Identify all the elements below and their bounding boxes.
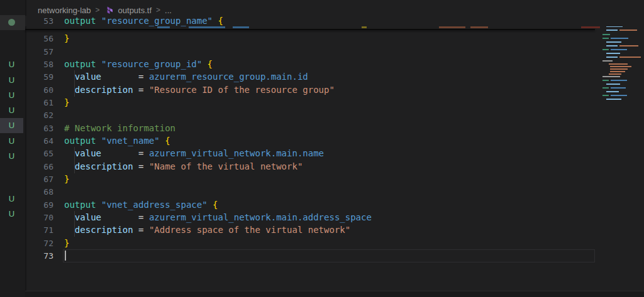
code-line[interactable]: 66 description = "Name of the virtual ne… [25, 160, 644, 173]
code-text: output "vnet_name" { [64, 134, 170, 148]
sticky-scroll-line[interactable]: 53output "resource_group_name" { [25, 16, 644, 26]
code-line[interactable]: 62 [25, 109, 644, 122]
code-line[interactable]: 67} [25, 173, 644, 186]
minimap-line [602, 73, 644, 75]
code-line[interactable]: 56} [25, 32, 644, 45]
vscode-editor-window: UUUUUUUUU networking-lab > outputs.tf > … [0, 0, 644, 297]
minimap-line [602, 41, 644, 43]
code-text: output "vnet_address_space" { [64, 198, 218, 212]
code-line[interactable]: 64output "vnet_name" { [25, 134, 644, 148]
line-number[interactable]: 53 [25, 16, 53, 26]
breadcrumb-more[interactable]: ... [165, 6, 172, 15]
code-line[interactable]: 60 description = "Resource ID of the res… [25, 84, 644, 97]
minimap-line [602, 71, 644, 72]
line-number[interactable]: 57 [25, 45, 53, 58]
code-line[interactable]: 61} [25, 96, 644, 109]
minimap-line [602, 95, 644, 96]
code-line[interactable]: 68 [25, 185, 644, 198]
line-number[interactable]: 64 [25, 134, 53, 148]
code-text: output "resource_group_id" { [64, 58, 213, 71]
line-number[interactable]: 63 [25, 122, 53, 135]
minimap-line [602, 91, 644, 92]
code-text: } [64, 32, 69, 45]
minimap-line [602, 53, 644, 54]
indent-guide [74, 84, 75, 97]
line-number[interactable]: 60 [25, 84, 53, 97]
line-number[interactable]: 71 [25, 224, 53, 237]
minimap-line [602, 63, 644, 65]
terraform-icon [104, 6, 114, 15]
git-untracked-badge[interactable]: U [0, 57, 23, 72]
code-line[interactable]: 72} [25, 237, 644, 250]
minimap-line [602, 49, 644, 50]
code-text: # Network information [64, 122, 175, 135]
current-line-highlight [63, 249, 595, 262]
minimap-line [602, 57, 644, 58]
breadcrumb: networking-lab > outputs.tf > ... [38, 3, 172, 17]
code-line[interactable]: 58output "resource_group_id" { [25, 58, 644, 71]
indent-guide [74, 211, 75, 224]
line-number[interactable]: 70 [25, 211, 53, 224]
line-number[interactable]: 66 [25, 160, 53, 173]
indent-guide [74, 70, 75, 84]
text-cursor [65, 251, 66, 261]
editor-bottom-edge [25, 291, 644, 297]
minimap-line [602, 66, 644, 67]
line-number[interactable]: 68 [25, 185, 53, 198]
code-line[interactable]: 57 [25, 45, 644, 58]
line-number[interactable]: 65 [25, 147, 53, 160]
breadcrumb-file[interactable]: outputs.tf [118, 6, 152, 15]
minimap-line [602, 68, 644, 70]
code-line[interactable]: 59 value = azurerm_resource_group.main.i… [25, 70, 644, 84]
code-line[interactable]: 65 value = azurerm_virtual_network.main.… [25, 147, 644, 160]
minimap-line [602, 99, 644, 100]
minimap-line [602, 34, 644, 35]
minimap-line [602, 38, 644, 39]
code-text: description = "Address space of the virt… [64, 224, 350, 237]
minimap-line [602, 87, 644, 89]
code-line[interactable]: 70 value = azurerm_virtual_network.main.… [25, 211, 644, 224]
code-text: value = azurerm_virtual_network.main.nam… [64, 147, 324, 160]
git-untracked-badge[interactable]: U [0, 118, 23, 133]
code-text: value = azurerm_virtual_network.main.add… [64, 211, 372, 224]
line-number[interactable]: 72 [25, 237, 53, 250]
indent-guide [74, 147, 75, 160]
minimap-line [602, 84, 644, 85]
modified-file-dot-icon [8, 19, 15, 26]
source-control-sidebar-sliver: UUUUUUUUU [0, 0, 25, 297]
line-number[interactable]: 56 [25, 32, 53, 45]
code-text: description = "Name of the virtual netwo… [64, 160, 303, 173]
git-untracked-badge[interactable]: U [0, 134, 23, 149]
code-text: description = "Resource ID of the resour… [64, 84, 335, 97]
chevron-right-icon: > [156, 6, 160, 14]
git-untracked-badge[interactable]: U [0, 88, 23, 103]
git-untracked-badge[interactable]: U [0, 103, 23, 118]
line-number[interactable]: 62 [25, 109, 53, 122]
line-number[interactable]: 61 [25, 96, 53, 109]
code-line[interactable]: 71 description = "Address space of the v… [25, 224, 644, 237]
code-text: value = azurerm_resource_group.main.id [64, 70, 308, 84]
git-untracked-badge[interactable]: U [0, 192, 23, 207]
breadcrumb-folder[interactable]: networking-lab [38, 6, 91, 15]
minimap-line [602, 45, 644, 46]
line-number[interactable]: 69 [25, 198, 53, 212]
line-number[interactable]: 67 [25, 173, 53, 186]
code-line[interactable]: 63# Network information [25, 122, 644, 135]
git-untracked-badge[interactable]: U [0, 207, 23, 222]
indent-guide [74, 160, 75, 173]
code-text: } [64, 237, 69, 250]
line-number[interactable]: 59 [25, 70, 53, 84]
code-line[interactable]: 69output "vnet_address_space" { [25, 198, 644, 212]
minimap-line [602, 76, 644, 77]
minimap-line [602, 30, 644, 31]
code-text: } [64, 173, 69, 186]
chevron-right-icon: > [96, 6, 100, 14]
git-untracked-badge[interactable]: U [0, 149, 23, 164]
code-text: output "resource_group_name" { [64, 16, 223, 26]
sticky-scroll-shadow [25, 29, 595, 30]
line-number[interactable]: 58 [25, 58, 53, 71]
git-untracked-badge[interactable]: U [0, 73, 23, 88]
minimap-line [602, 60, 644, 62]
line-number[interactable]: 73 [25, 249, 53, 262]
minimap[interactable] [597, 9, 644, 297]
